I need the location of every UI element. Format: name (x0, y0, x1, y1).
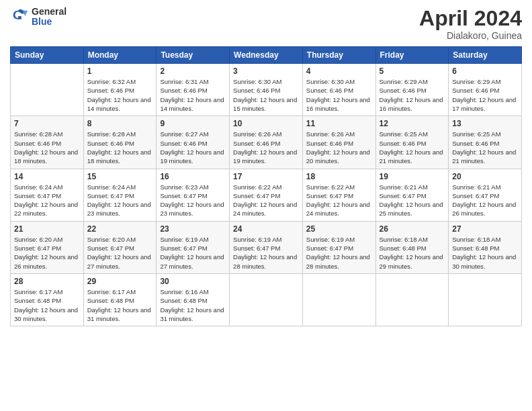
calendar-cell: 25Sunrise: 6:19 AM Sunset: 6:47 PM Dayli… (302, 221, 375, 273)
calendar-cell: 5Sunrise: 6:29 AM Sunset: 6:46 PM Daylig… (375, 64, 449, 116)
day-info: Sunrise: 6:22 AM Sunset: 6:47 PM Dayligh… (233, 183, 299, 218)
day-number: 15 (87, 172, 153, 181)
day-info: Sunrise: 6:30 AM Sunset: 6:46 PM Dayligh… (306, 77, 372, 113)
day-info: Sunrise: 6:22 AM Sunset: 6:47 PM Dayligh… (306, 183, 372, 218)
calendar-cell: 1Sunrise: 6:32 AM Sunset: 6:46 PM Daylig… (83, 64, 157, 116)
day-info: Sunrise: 6:28 AM Sunset: 6:46 PM Dayligh… (87, 130, 153, 165)
header-friday: Friday (375, 47, 449, 64)
day-info: Sunrise: 6:20 AM Sunset: 6:47 PM Dayligh… (14, 235, 80, 271)
calendar-week-1: 1Sunrise: 6:32 AM Sunset: 6:46 PM Daylig… (11, 64, 522, 116)
header-saturday: Saturday (449, 47, 522, 64)
header: General Blue April 2024 Dialakoro, Guine… (10, 7, 522, 41)
day-number: 14 (14, 172, 80, 181)
calendar-cell: 15Sunrise: 6:24 AM Sunset: 6:47 PM Dayli… (83, 169, 157, 221)
day-info: Sunrise: 6:28 AM Sunset: 6:46 PM Dayligh… (14, 130, 80, 165)
day-info: Sunrise: 6:24 AM Sunset: 6:47 PM Dayligh… (14, 183, 80, 218)
day-info: Sunrise: 6:23 AM Sunset: 6:47 PM Dayligh… (160, 183, 226, 218)
logo-blue-text: Blue (32, 17, 66, 27)
day-number: 30 (160, 277, 226, 286)
day-number: 16 (160, 172, 226, 181)
calendar-cell: 11Sunrise: 6:26 AM Sunset: 6:46 PM Dayli… (302, 116, 375, 169)
day-info: Sunrise: 6:25 AM Sunset: 6:46 PM Dayligh… (452, 130, 518, 165)
day-number: 19 (380, 172, 445, 181)
day-number: 10 (233, 119, 299, 128)
day-number: 18 (306, 172, 372, 181)
day-number: 6 (452, 66, 518, 76)
calendar-cell: 7Sunrise: 6:28 AM Sunset: 6:46 PM Daylig… (11, 116, 84, 169)
day-number: 9 (160, 119, 226, 128)
calendar-cell: 12Sunrise: 6:25 AM Sunset: 6:46 PM Dayli… (375, 116, 449, 169)
calendar-location: Dialakoro, Guinea (419, 30, 522, 41)
day-info: Sunrise: 6:27 AM Sunset: 6:46 PM Dayligh… (160, 130, 226, 165)
calendar-week-2: 7Sunrise: 6:28 AM Sunset: 6:46 PM Daylig… (11, 116, 522, 169)
logo: General Blue (10, 7, 66, 28)
title-block: April 2024 Dialakoro, Guinea (419, 7, 522, 41)
calendar-cell: 23Sunrise: 6:19 AM Sunset: 6:47 PM Dayli… (157, 221, 230, 273)
calendar-cell: 30Sunrise: 6:16 AM Sunset: 6:48 PM Dayli… (157, 273, 230, 326)
day-info: Sunrise: 6:17 AM Sunset: 6:48 PM Dayligh… (87, 287, 153, 323)
day-number: 12 (380, 119, 445, 128)
day-number: 13 (452, 119, 518, 128)
header-sunday: Sunday (11, 47, 84, 64)
calendar-cell: 3Sunrise: 6:30 AM Sunset: 6:46 PM Daylig… (230, 64, 303, 116)
calendar-cell: 8Sunrise: 6:28 AM Sunset: 6:46 PM Daylig… (83, 116, 157, 169)
day-number: 25 (306, 224, 372, 234)
day-number: 7 (14, 119, 80, 128)
calendar-week-4: 21Sunrise: 6:20 AM Sunset: 6:47 PM Dayli… (11, 221, 522, 273)
calendar-cell: 22Sunrise: 6:20 AM Sunset: 6:47 PM Dayli… (83, 221, 157, 273)
day-info: Sunrise: 6:24 AM Sunset: 6:47 PM Dayligh… (87, 183, 153, 218)
page: General Blue April 2024 Dialakoro, Guine… (0, 0, 532, 411)
header-tuesday: Tuesday (157, 47, 230, 64)
calendar-cell: 4Sunrise: 6:30 AM Sunset: 6:46 PM Daylig… (302, 64, 375, 116)
day-info: Sunrise: 6:29 AM Sunset: 6:46 PM Dayligh… (380, 77, 445, 113)
calendar-cell: 28Sunrise: 6:17 AM Sunset: 6:48 PM Dayli… (11, 273, 84, 326)
day-number: 23 (160, 224, 226, 234)
calendar-cell: 13Sunrise: 6:25 AM Sunset: 6:46 PM Dayli… (449, 116, 522, 169)
day-number: 3 (233, 66, 299, 76)
day-number: 24 (233, 224, 299, 234)
day-number: 22 (87, 224, 153, 234)
calendar-cell: 2Sunrise: 6:31 AM Sunset: 6:46 PM Daylig… (157, 64, 230, 116)
calendar-cell (449, 273, 522, 326)
day-info: Sunrise: 6:25 AM Sunset: 6:46 PM Dayligh… (380, 130, 445, 165)
calendar-cell: 29Sunrise: 6:17 AM Sunset: 6:48 PM Dayli… (83, 273, 157, 326)
logo-general-text: General (32, 7, 66, 17)
day-info: Sunrise: 6:26 AM Sunset: 6:46 PM Dayligh… (233, 130, 299, 165)
day-info: Sunrise: 6:29 AM Sunset: 6:46 PM Dayligh… (452, 77, 518, 113)
day-number: 29 (87, 277, 153, 286)
calendar-title: April 2024 (419, 7, 522, 30)
day-number: 27 (452, 224, 518, 234)
day-number: 4 (306, 66, 372, 76)
calendar-cell: 17Sunrise: 6:22 AM Sunset: 6:47 PM Dayli… (230, 169, 303, 221)
day-info: Sunrise: 6:16 AM Sunset: 6:48 PM Dayligh… (160, 287, 226, 323)
calendar-week-3: 14Sunrise: 6:24 AM Sunset: 6:47 PM Dayli… (11, 169, 522, 221)
calendar-cell (375, 273, 449, 326)
day-info: Sunrise: 6:19 AM Sunset: 6:47 PM Dayligh… (233, 235, 299, 271)
calendar-cell: 14Sunrise: 6:24 AM Sunset: 6:47 PM Dayli… (11, 169, 84, 221)
calendar-cell: 18Sunrise: 6:22 AM Sunset: 6:47 PM Dayli… (302, 169, 375, 221)
day-number: 17 (233, 172, 299, 181)
calendar-cell: 27Sunrise: 6:18 AM Sunset: 6:48 PM Dayli… (449, 221, 522, 273)
calendar-cell: 6Sunrise: 6:29 AM Sunset: 6:46 PM Daylig… (449, 64, 522, 116)
day-info: Sunrise: 6:18 AM Sunset: 6:48 PM Dayligh… (380, 235, 445, 271)
day-number: 26 (380, 224, 445, 234)
day-info: Sunrise: 6:30 AM Sunset: 6:46 PM Dayligh… (233, 77, 299, 113)
calendar-cell: 21Sunrise: 6:20 AM Sunset: 6:47 PM Dayli… (11, 221, 84, 273)
day-info: Sunrise: 6:32 AM Sunset: 6:46 PM Dayligh… (87, 77, 153, 113)
calendar-cell (11, 64, 84, 116)
day-info: Sunrise: 6:26 AM Sunset: 6:46 PM Dayligh… (306, 130, 372, 165)
day-number: 28 (14, 277, 80, 286)
day-info: Sunrise: 6:19 AM Sunset: 6:47 PM Dayligh… (160, 235, 226, 271)
calendar-cell (302, 273, 375, 326)
day-number: 1 (87, 66, 153, 76)
calendar-cell: 20Sunrise: 6:21 AM Sunset: 6:47 PM Dayli… (449, 169, 522, 221)
logo-icon (10, 7, 29, 26)
day-number: 21 (14, 224, 80, 234)
calendar-cell: 9Sunrise: 6:27 AM Sunset: 6:46 PM Daylig… (157, 116, 230, 169)
day-number: 8 (87, 119, 153, 128)
calendar-cell (230, 273, 303, 326)
calendar-cell: 16Sunrise: 6:23 AM Sunset: 6:47 PM Dayli… (157, 169, 230, 221)
day-info: Sunrise: 6:31 AM Sunset: 6:46 PM Dayligh… (160, 77, 226, 113)
day-info: Sunrise: 6:18 AM Sunset: 6:48 PM Dayligh… (452, 235, 518, 271)
day-info: Sunrise: 6:21 AM Sunset: 6:47 PM Dayligh… (452, 183, 518, 218)
